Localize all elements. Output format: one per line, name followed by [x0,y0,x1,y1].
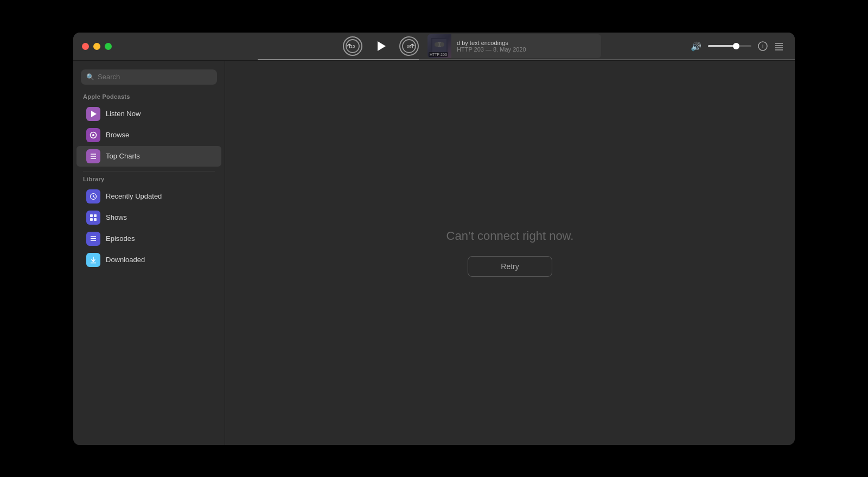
app-window: 15 30 [73,33,795,445]
svg-text:15: 15 [350,44,355,49]
content-area: Can’t connect right now. Retry [225,61,795,445]
svg-rect-28 [94,218,97,221]
sidebar-item-shows[interactable]: Shows [76,207,221,228]
sidebar-item-browse[interactable]: Browse [76,125,221,145]
sidebar-item-downloaded[interactable]: Downloaded [76,250,221,270]
volume-slider[interactable] [708,45,751,47]
progress-bar-container[interactable] [258,59,795,60]
svg-line-24 [93,196,95,198]
sidebar-item-episodes[interactable]: Episodes [76,228,221,249]
recently-updated-label: Recently Updated [106,192,162,200]
skip-back-button[interactable]: 15 [343,36,362,56]
titlebar: 15 30 [73,33,795,61]
now-playing-show: HTTP 203 [457,46,484,53]
sidebar: 🔍 Apple Podcasts Listen Now [73,61,225,445]
episodes-icon [86,232,100,246]
minimize-button[interactable] [93,43,100,50]
sidebar-section-library: Library [73,176,225,186]
maximize-button[interactable] [105,43,112,50]
play-button[interactable] [371,36,391,56]
now-playing-episode: d by text encodings [457,40,596,46]
svg-point-9 [440,42,444,47]
now-playing-meta: HTTP 203 — 8. May 2020 [457,46,596,53]
sidebar-item-listen-now[interactable]: Listen Now [76,104,221,124]
now-playing-info: d by text encodings HTTP 203 — 8. May 20… [451,40,601,53]
browse-icon [86,128,100,142]
svg-marker-2 [378,41,386,51]
shows-icon [86,211,100,225]
svg-text:30: 30 [407,44,412,49]
svg-point-8 [435,42,439,47]
recently-updated-icon [86,189,100,203]
downloaded-label: Downloaded [106,256,145,264]
sidebar-divider [83,171,215,171]
svg-rect-25 [90,214,93,217]
svg-text:i: i [762,43,763,49]
right-controls: 🔊 i [686,41,795,52]
art-label: HTTP 203 [429,52,448,57]
now-playing-bar[interactable]: HTTP 203 d by text encodings HTTP 203 — … [427,34,601,58]
player-controls: 15 30 [258,34,686,58]
main-area: 🔍 Apple Podcasts Listen Now [73,61,795,445]
episodes-label: Episodes [106,234,135,243]
volume-thumb [733,43,739,49]
search-input[interactable] [98,73,212,81]
sidebar-section-apple-podcasts: Apple Podcasts [73,93,225,103]
browse-label: Browse [106,131,129,139]
listen-now-label: Listen Now [106,110,141,118]
svg-rect-27 [90,218,93,221]
close-button[interactable] [82,43,89,50]
top-charts-label: Top Charts [106,152,140,160]
search-icon: 🔍 [86,73,94,81]
sidebar-item-recently-updated[interactable]: Recently Updated [76,186,221,207]
downloaded-icon [86,253,100,267]
queue-button[interactable] [774,41,784,51]
svg-marker-16 [91,111,97,117]
svg-rect-26 [94,214,97,217]
top-charts-icon [86,149,100,163]
retry-button[interactable]: Retry [468,256,552,277]
svg-point-18 [92,134,94,136]
search-box[interactable]: 🔍 [81,69,217,85]
listen-now-icon [86,107,100,121]
skip-forward-button[interactable]: 30 [399,36,419,56]
info-button[interactable]: i [758,41,768,51]
window-controls [73,43,258,50]
volume-fill [708,45,736,47]
progress-bar-fill [258,59,419,60]
volume-icon: 🔊 [691,41,701,52]
sidebar-item-top-charts[interactable]: Top Charts [76,146,221,167]
search-container: 🔍 [73,69,225,93]
now-playing-separator: — [486,46,493,53]
now-playing-artwork: HTTP 203 [427,34,451,58]
error-message: Can’t connect right now. [446,229,574,243]
now-playing-date: 8. May 2020 [493,46,526,53]
shows-label: Shows [106,213,127,221]
